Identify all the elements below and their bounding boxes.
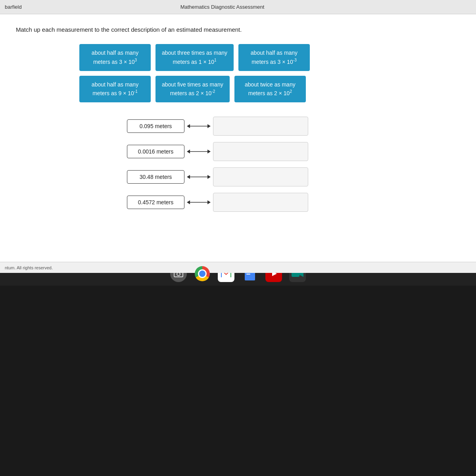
- match-target-4[interactable]: [213, 193, 308, 212]
- instructions-text: Match up each measurement to the correct…: [16, 26, 460, 33]
- tile-1-line2: meters as 3 × 103: [93, 59, 137, 65]
- tile-1-line1: about half as many: [92, 50, 138, 56]
- tile-3-line1: about half as many: [251, 50, 298, 56]
- match-row-2: 0.0016 meters: [127, 142, 444, 161]
- svg-marker-5: [187, 150, 190, 154]
- footer-bar: ntum. All rights reserved.: [0, 262, 476, 273]
- matching-section: 0.095 meters 0.0016 meters: [127, 117, 444, 212]
- arrow-connector-2: [184, 148, 213, 155]
- match-target-1[interactable]: [213, 117, 308, 136]
- svg-marker-11: [187, 200, 190, 204]
- arrow-connector-1: [184, 122, 213, 130]
- footer-text: ntum. All rights reserved.: [5, 265, 53, 270]
- page-content: Match up each measurement to the correct…: [0, 14, 476, 262]
- arrow-svg-4: [187, 198, 211, 206]
- match-label-1: 0.095 meters: [127, 119, 184, 133]
- tile-1[interactable]: about half as many meters as 3 × 103: [79, 44, 151, 71]
- tiles-section: about half as many meters as 3 × 103 abo…: [79, 44, 460, 102]
- tile-6[interactable]: about twice as many meters as 2 × 102: [234, 76, 306, 103]
- match-target-2[interactable]: [213, 142, 308, 161]
- svg-marker-2: [187, 124, 190, 128]
- match-target-3[interactable]: [213, 167, 308, 186]
- tile-5-line2: meters as 2 × 10-2: [170, 90, 215, 96]
- arrow-svg-1: [187, 122, 211, 130]
- tile-5-line1: about five times as many: [162, 81, 223, 88]
- arrow-svg-3: [187, 173, 211, 181]
- svg-marker-8: [187, 175, 190, 179]
- header-right: Mathematics Diagnostic Assessment: [180, 4, 265, 10]
- match-row-1: 0.095 meters: [127, 117, 444, 136]
- header-left: barfield: [5, 4, 22, 10]
- svg-marker-4: [207, 150, 211, 154]
- tile-2-line2: meters as 1 × 101: [173, 59, 216, 65]
- chrome-logo: [195, 266, 210, 281]
- tile-1-exp: 3: [135, 58, 137, 62]
- svg-marker-7: [207, 175, 211, 179]
- match-row-3: 30.48 meters: [127, 167, 444, 186]
- tile-3-line2: meters as 3 × 10-3: [251, 59, 297, 65]
- svg-point-13: [177, 273, 180, 276]
- browser-area: barfield Mathematics Diagnostic Assessme…: [0, 0, 476, 262]
- tile-4-line2: meters as 9 × 10-1: [92, 90, 138, 96]
- match-label-3: 30.48 meters: [127, 170, 184, 184]
- match-row-4: 0.4572 meters: [127, 193, 444, 212]
- match-label-2: 0.0016 meters: [127, 145, 184, 158]
- arrow-connector-4: [184, 198, 213, 206]
- tile-4[interactable]: about half as many meters as 9 × 10-1: [79, 76, 151, 103]
- svg-marker-1: [207, 124, 211, 128]
- arrow-connector-3: [184, 173, 213, 181]
- tile-2-line1: about three times as many: [162, 50, 227, 56]
- tile-3[interactable]: about half as many meters as 3 × 10-3: [238, 44, 310, 71]
- tile-6-line1: about twice as many: [245, 81, 296, 88]
- tile-4-line1: about half as many: [92, 81, 138, 88]
- match-label-4: 0.4572 meters: [127, 196, 184, 209]
- svg-rect-21: [246, 274, 250, 274]
- svg-marker-10: [207, 200, 211, 204]
- tile-3-exp: -3: [293, 58, 297, 62]
- top-bar: barfield Mathematics Diagnostic Assessme…: [0, 0, 476, 14]
- tile-6-line2: meters as 2 × 102: [248, 90, 292, 96]
- tile-5[interactable]: about five times as many meters as 2 × 1…: [155, 76, 230, 103]
- dark-section: [0, 286, 476, 476]
- tile-2[interactable]: about three times as many meters as 1 × …: [155, 44, 234, 71]
- tile-5-exp: -2: [211, 90, 215, 94]
- tiles-row-1: about half as many meters as 3 × 103 abo…: [79, 44, 460, 71]
- tiles-row-2: about half as many meters as 9 × 10-1 ab…: [79, 76, 460, 103]
- tile-6-exp: 2: [290, 90, 292, 94]
- tile-4-exp: -1: [134, 90, 138, 94]
- tile-2-exp: 1: [214, 58, 217, 62]
- arrow-svg-2: [187, 148, 211, 155]
